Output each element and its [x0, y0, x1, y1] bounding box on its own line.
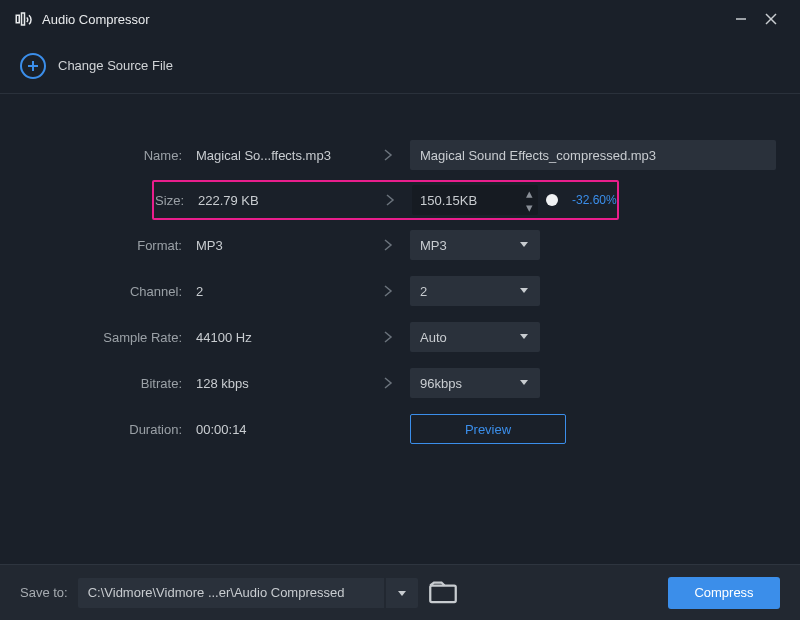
chevron-right-icon: [366, 238, 410, 252]
row-size: Size: 222.79 KB 150.15KB ▴ ▾ -32.60%: [24, 178, 776, 222]
label-bitrate: Bitrate:: [24, 376, 196, 391]
caret-down-icon: [518, 284, 530, 299]
step-up-icon[interactable]: ▴: [520, 186, 538, 200]
row-channel: Channel: 2 2: [24, 268, 776, 314]
label-channel: Channel:: [24, 284, 196, 299]
chevron-right-icon: [366, 376, 410, 390]
label-size: Size:: [154, 193, 198, 208]
open-folder-button[interactable]: [428, 578, 458, 608]
format-select[interactable]: MP3: [410, 230, 540, 260]
chevron-right-icon: [366, 284, 410, 298]
titlebar: Audio Compressor: [0, 0, 800, 38]
name-output-field[interactable]: Magical Sound Effects_compressed.mp3: [410, 140, 776, 170]
sample-rate-select[interactable]: Auto: [410, 322, 540, 352]
duration-value: 00:00:14: [196, 422, 366, 437]
svg-marker-10: [520, 380, 528, 385]
row-sample-rate: Sample Rate: 44100 Hz Auto: [24, 314, 776, 360]
row-name: Name: Magical So...ffects.mp3 Magical So…: [24, 132, 776, 178]
name-source: Magical So...ffects.mp3: [196, 148, 366, 163]
label-name: Name:: [24, 148, 196, 163]
label-format: Format:: [24, 238, 196, 253]
step-down-icon[interactable]: ▾: [520, 200, 538, 214]
svg-rect-0: [16, 15, 19, 23]
svg-marker-7: [520, 242, 528, 247]
channel-source: 2: [196, 284, 366, 299]
save-path-dropdown[interactable]: [386, 578, 418, 608]
main-form: Name: Magical So...ffects.mp3 Magical So…: [0, 94, 800, 452]
name-output-value: Magical Sound Effects_compressed.mp3: [420, 148, 656, 163]
add-icon: [20, 53, 46, 79]
format-value: MP3: [420, 238, 518, 253]
caret-down-icon: [518, 330, 530, 345]
svg-marker-11: [398, 591, 406, 596]
compress-button[interactable]: Compress: [668, 577, 780, 609]
channel-select[interactable]: 2: [410, 276, 540, 306]
svg-rect-1: [22, 13, 25, 25]
save-path-combo: C:\Vidmore\Vidmore ...er\Audio Compresse…: [78, 578, 418, 608]
size-source: 222.79 KB: [198, 193, 368, 208]
caret-down-icon: [518, 238, 530, 253]
row-format: Format: MP3 MP3: [24, 222, 776, 268]
change-source-bar[interactable]: Change Source File: [0, 38, 800, 94]
save-to-label: Save to:: [20, 585, 68, 600]
format-source: MP3: [196, 238, 366, 253]
bottom-bar: Save to: C:\Vidmore\Vidmore ...er\Audio …: [0, 564, 800, 620]
bitrate-value: 96kbps: [420, 376, 518, 391]
app-icon: [14, 10, 32, 28]
label-duration: Duration:: [24, 422, 196, 437]
save-path-value: C:\Vidmore\Vidmore ...er\Audio Compresse…: [88, 585, 345, 600]
bitrate-select[interactable]: 96kbps: [410, 368, 540, 398]
chevron-right-icon: [366, 148, 410, 162]
chevron-right-icon: [366, 330, 410, 344]
row-bitrate: Bitrate: 128 kbps 96kbps: [24, 360, 776, 406]
caret-down-icon: [518, 376, 530, 391]
app-title: Audio Compressor: [42, 12, 150, 27]
size-output-value: 150.15KB: [412, 193, 520, 208]
preview-button[interactable]: Preview: [410, 414, 566, 444]
size-highlight-box: Size: 222.79 KB 150.15KB ▴ ▾ -32.60%: [152, 180, 619, 220]
svg-rect-12: [430, 585, 456, 602]
preview-label: Preview: [465, 422, 511, 437]
row-duration: Duration: 00:00:14 Preview: [24, 406, 776, 452]
change-source-label: Change Source File: [58, 58, 173, 73]
size-output-spinner[interactable]: 150.15KB ▴ ▾: [412, 185, 538, 215]
channel-value: 2: [420, 284, 518, 299]
svg-marker-8: [520, 288, 528, 293]
minimize-button[interactable]: [726, 4, 756, 34]
label-sample-rate: Sample Rate:: [24, 330, 196, 345]
bitrate-source: 128 kbps: [196, 376, 366, 391]
svg-marker-9: [520, 334, 528, 339]
chevron-right-icon: [368, 193, 412, 207]
compress-label: Compress: [694, 585, 753, 600]
sample-rate-value: Auto: [420, 330, 518, 345]
size-delta: -32.60%: [572, 193, 617, 207]
sample-rate-source: 44100 Hz: [196, 330, 366, 345]
close-button[interactable]: [756, 4, 786, 34]
save-path-field[interactable]: C:\Vidmore\Vidmore ...er\Audio Compresse…: [78, 578, 384, 608]
